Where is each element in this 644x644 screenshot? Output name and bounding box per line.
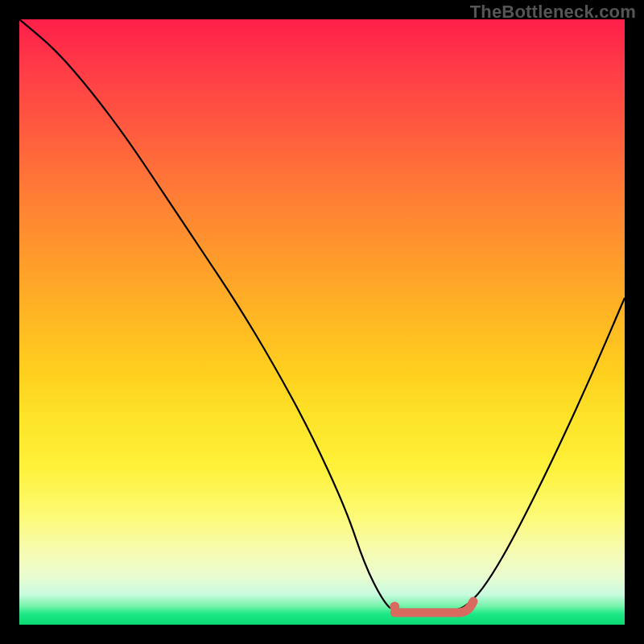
chart-svg	[19, 19, 625, 625]
plot-area	[19, 19, 625, 625]
valley-highlight	[394, 601, 473, 613]
chart-frame: TheBottleneck.com	[0, 0, 644, 644]
valley-dot	[390, 601, 399, 611]
curve-path	[19, 19, 625, 613]
